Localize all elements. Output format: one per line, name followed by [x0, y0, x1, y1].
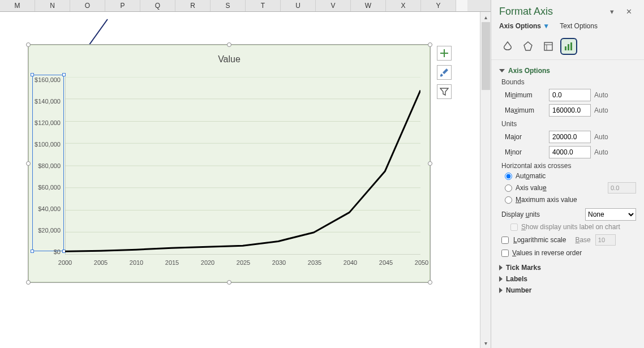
reverse-label: Values in reverse order: [512, 249, 582, 257]
col-header[interactable]: M: [0, 0, 35, 11]
section-tick-marks[interactable]: Tick Marks: [499, 264, 636, 272]
resize-handle[interactable]: [428, 42, 432, 47]
vertical-scrollbar[interactable]: ▴ ▾: [480, 12, 491, 348]
scroll-down-icon[interactable]: ▾: [480, 338, 491, 348]
scroll-thumb[interactable]: [482, 22, 490, 90]
major-label: Major: [505, 133, 546, 141]
hcross-value-label: Axis value: [516, 184, 547, 192]
hcross-value-radio[interactable]: [505, 184, 512, 192]
resize-handle[interactable]: [227, 280, 231, 285]
resize-handle[interactable]: [227, 42, 231, 47]
x-tick-label: 2040: [344, 259, 357, 266]
option-icon-row: [491, 32, 644, 60]
plot-area[interactable]: [65, 77, 420, 255]
log-base-label: Base: [575, 236, 590, 244]
resize-handle[interactable]: [428, 280, 432, 285]
section-number[interactable]: Number: [499, 286, 636, 294]
x-tick-label: 2025: [237, 259, 250, 266]
col-header[interactable]: V: [316, 0, 351, 11]
close-icon[interactable]: ✕: [621, 7, 636, 16]
y-tick-label: $0: [54, 248, 61, 255]
y-tick-label: $160,000: [35, 76, 61, 83]
chart-title[interactable]: Value: [29, 45, 430, 65]
resize-handle[interactable]: [428, 161, 432, 166]
plus-icon: [440, 49, 449, 58]
svg-marker-11: [524, 42, 532, 50]
x-tick-label: 2020: [201, 259, 214, 266]
svg-rect-15: [565, 46, 566, 50]
chart-filter-button[interactable]: [437, 84, 452, 99]
hcross-value-input: [608, 182, 636, 194]
hcross-label: Horizontal axis crosses: [501, 162, 636, 170]
fill-line-icon[interactable]: [499, 38, 516, 55]
svg-rect-12: [544, 42, 552, 50]
col-header[interactable]: S: [211, 0, 246, 11]
col-header[interactable]: O: [70, 0, 105, 11]
log-scale-checkbox[interactable]: [501, 237, 509, 244]
chart-styles-button[interactable]: [437, 65, 452, 80]
resize-handle[interactable]: [26, 280, 31, 285]
x-tick-label: 2045: [379, 259, 393, 266]
minor-auto-button[interactable]: Auto: [594, 148, 615, 156]
y-tick-label: $60,000: [38, 184, 61, 191]
hcross-max-radio[interactable]: [505, 196, 512, 204]
reverse-checkbox[interactable]: [501, 250, 509, 257]
col-header[interactable]: T: [246, 0, 281, 11]
max-auto-button[interactable]: Auto: [594, 106, 615, 114]
y-tick-label: $140,000: [35, 98, 61, 105]
col-header[interactable]: Y: [421, 0, 456, 11]
scroll-up-icon[interactable]: ▴: [480, 12, 491, 22]
minor-input[interactable]: [549, 146, 591, 158]
du-showlabel-checkbox: [510, 224, 518, 231]
du-showlabel-label: Show display units label on chart: [521, 223, 620, 231]
y-tick-label: $80,000: [38, 162, 61, 169]
col-header[interactable]: W: [351, 0, 386, 11]
minor-label: Minor: [505, 148, 546, 156]
log-base-input: [595, 234, 616, 246]
min-input[interactable]: [549, 89, 591, 101]
section-labels[interactable]: Labels: [499, 275, 636, 283]
worksheet-area[interactable]: Value $160,000 $140,000 $120,000 $100,00…: [0, 12, 480, 348]
col-header[interactable]: R: [175, 0, 211, 11]
chart-svg: [65, 77, 420, 255]
chart-float-buttons: [437, 46, 453, 104]
format-axis-pane: Format Axis ▾ ✕ Axis Options ▼ Text Opti…: [491, 0, 644, 348]
tab-axis-options[interactable]: Axis Options ▼: [499, 20, 549, 32]
section-axis-options[interactable]: Axis Options: [499, 67, 636, 75]
pane-options-button[interactable]: ▾: [604, 7, 619, 16]
x-tick-label: 2000: [58, 259, 72, 266]
pane-title: Format Axis: [499, 6, 553, 18]
tab-text-options[interactable]: Text Options: [560, 20, 598, 32]
col-header[interactable]: X: [386, 0, 421, 11]
min-label: Minimum: [505, 91, 546, 99]
axis-options-icon[interactable]: [560, 38, 577, 55]
y-tick-label: $20,000: [38, 227, 61, 234]
col-header[interactable]: N: [35, 0, 70, 11]
x-tick-label: 2030: [272, 259, 286, 266]
col-header[interactable]: U: [281, 0, 316, 11]
x-tick-label: 2005: [94, 259, 108, 266]
hcross-auto-radio[interactable]: [505, 173, 512, 180]
col-header[interactable]: P: [105, 0, 140, 11]
y-tick-label: $40,000: [38, 205, 61, 212]
hcross-auto-label: Automatic: [516, 172, 546, 180]
chart-object[interactable]: Value $160,000 $140,000 $120,000 $100,00…: [28, 45, 430, 282]
col-header[interactable]: Q: [140, 0, 175, 11]
units-label: Units: [501, 120, 636, 128]
max-label: Maximum: [505, 106, 546, 114]
column-header-row: M N O P Q R S T U V W X Y: [0, 0, 491, 12]
size-properties-icon[interactable]: [540, 38, 557, 55]
svg-rect-16: [568, 44, 569, 50]
chart-elements-button[interactable]: [437, 46, 452, 61]
resize-handle[interactable]: [26, 42, 31, 47]
effects-icon[interactable]: [520, 38, 536, 55]
major-input[interactable]: [549, 131, 591, 143]
max-input[interactable]: [549, 104, 591, 117]
major-auto-button[interactable]: Auto: [594, 133, 615, 141]
col-header-end: [456, 0, 467, 11]
min-auto-button[interactable]: Auto: [594, 91, 615, 99]
x-tick-label: 2010: [130, 259, 143, 266]
display-units-select[interactable]: None: [585, 208, 636, 221]
resize-handle[interactable]: [26, 161, 31, 166]
svg-rect-17: [570, 42, 572, 50]
